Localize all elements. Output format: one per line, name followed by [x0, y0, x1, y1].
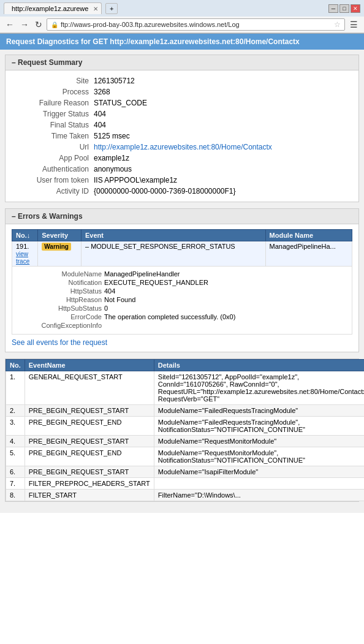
- tab-title: http://example1z.azurewe: [12, 5, 88, 12]
- errors-warnings-header[interactable]: – Errors & Warnings: [6, 209, 358, 224]
- event-details: ModuleName="FailedRequestsTracingModule"…: [154, 417, 364, 436]
- summary-label: Url: [12, 142, 91, 153]
- summary-label: Failure Reason: [12, 97, 91, 108]
- event-details: SiteId="1261305712", AppPoolId="example1…: [154, 371, 364, 405]
- event-details: FilterName="D:\Windows\...: [154, 490, 364, 501]
- event-name: PRE_BEGIN_REQUEST_END: [25, 417, 154, 436]
- restore-button[interactable]: □: [339, 4, 349, 13]
- summary-label: App Pool: [12, 153, 91, 164]
- table-row: 1.GENERAL_REQUEST_STARTSiteId="126130571…: [6, 371, 365, 405]
- events-col-header: No.: [6, 360, 25, 371]
- back-button[interactable]: ←: [4, 20, 16, 29]
- table-row: 4.PRE_BEGIN_REQUEST_STARTModuleName="Req…: [6, 436, 365, 447]
- summary-value: http://example1z.azurewebsites.net:80/Ho…: [91, 142, 352, 153]
- detail-value: 404: [104, 287, 115, 295]
- event-name: FILTER_PREPROC_HEADERS_START: [25, 478, 154, 490]
- window-controls: ─ □ ✕: [328, 4, 360, 13]
- errors-warnings-title: – Errors & Warnings: [12, 212, 83, 221]
- ew-row-no: 191.viewtrace: [12, 241, 38, 267]
- events-col-header: EventName: [25, 360, 154, 371]
- event-name: PRE_BEGIN_REQUEST_START: [25, 436, 154, 447]
- summary-value: STATUS_CODE: [91, 97, 352, 108]
- summary-value: 404: [91, 119, 352, 131]
- event-no: 7.: [6, 478, 25, 490]
- summary-value: example1z: [91, 153, 352, 164]
- address-bar[interactable]: 🔒 ftp://waws-prod-bay-003.ftp.azurewebsi…: [47, 18, 345, 31]
- summary-label: Time Taken: [12, 131, 91, 142]
- summary-label: Trigger Status: [12, 108, 91, 119]
- summary-label: Final Status: [12, 119, 91, 131]
- ew-module: ManagedPipelineHa...: [265, 241, 352, 267]
- errors-warnings-section: – Errors & Warnings No.↓ Severity Event …: [5, 208, 359, 352]
- detail-label: ModuleName: [28, 270, 102, 278]
- table-row: 2.PRE_BEGIN_REQUEST_STARTModuleName="Fai…: [6, 405, 365, 417]
- summary-value: 404: [91, 108, 352, 119]
- event-name: FILTER_START: [25, 490, 154, 501]
- table-row: 7.FILTER_PREPROC_HEADERS_START21:05:24.7…: [6, 478, 365, 490]
- detail-value: ManagedPipelineHandler: [104, 270, 180, 278]
- event-details: ModuleName="RequestMonitorModule", Notif…: [154, 447, 364, 466]
- summary-value: 1261305712: [91, 75, 352, 86]
- event-no: 4.: [6, 436, 25, 447]
- event-no: 5.: [6, 447, 25, 466]
- address-text: ftp://waws-prod-bay-003.ftp.azurewebsite…: [61, 21, 332, 28]
- detail-label: HttpStatus: [28, 287, 102, 295]
- request-summary-section: – Request Summary Site1261305712Process3…: [5, 55, 359, 202]
- tab-close-button[interactable]: ✕: [93, 6, 98, 12]
- lock-icon: 🔒: [51, 21, 58, 28]
- view-trace-link[interactable]: viewtrace: [16, 251, 29, 265]
- ew-severity: Warning: [38, 241, 82, 267]
- summary-label: Authentication: [12, 164, 91, 175]
- nav-bar: ← → ↻ 🔒 ftp://waws-prod-bay-003.ftp.azur…: [0, 17, 364, 33]
- ew-detail-cell: ModuleNameManagedPipelineHandlerNotifica…: [12, 267, 352, 335]
- detail-row: HttpStatus404: [28, 287, 348, 295]
- detail-value: Not Found: [104, 296, 135, 303]
- close-button[interactable]: ✕: [351, 4, 360, 13]
- detail-row: HttpSubStatus0: [28, 305, 348, 312]
- event-details: [154, 478, 364, 490]
- detail-row: ConfigExceptionInfo: [28, 322, 348, 329]
- ew-col-no: No.↓: [12, 230, 38, 241]
- summary-label: Process: [12, 86, 91, 97]
- main-content: – Request Summary Site1261305712Process3…: [0, 50, 364, 513]
- summary-label: Site: [12, 75, 91, 86]
- detail-value: 0: [104, 305, 108, 312]
- events-section: No.EventNameDetailsTime 1.GENERAL_REQUES…: [5, 358, 359, 502]
- summary-label: User from token: [12, 175, 91, 186]
- event-details: ModuleName="IsapiFilterModule": [154, 466, 364, 478]
- event-details: ModuleName="RequestMonitorModule": [154, 436, 364, 447]
- errors-warnings-table: No.↓ Severity Event Module Name 191.view…: [12, 229, 352, 335]
- event-name: PRE_BEGIN_REQUEST_END: [25, 447, 154, 466]
- refresh-button[interactable]: ↻: [33, 20, 44, 29]
- star-icon[interactable]: ☆: [334, 20, 341, 29]
- detail-label: Notification: [28, 279, 102, 286]
- minimize-button[interactable]: ─: [328, 4, 338, 13]
- summary-link[interactable]: http://example1z.azurewebsites.net:80/Ho…: [94, 143, 272, 151]
- event-no: 8.: [6, 490, 25, 501]
- event-name: GENERAL_REQUEST_START: [25, 371, 154, 405]
- table-row: 5.PRE_BEGIN_REQUEST_ENDModuleName="Reque…: [6, 447, 365, 466]
- detail-label: ErrorCode: [28, 313, 102, 320]
- summary-value: 5125 msec: [91, 131, 352, 142]
- summary-table: Site1261305712Process3268Failure ReasonS…: [12, 75, 352, 197]
- event-details: ModuleName="FailedRequestsTracingModule": [154, 405, 364, 417]
- events-table: No.EventNameDetailsTime 1.GENERAL_REQUES…: [6, 359, 364, 501]
- new-tab-button[interactable]: +: [105, 3, 118, 14]
- event-no: 1.: [6, 371, 25, 405]
- page-header-text: Request Diagnostics for GET http://examp…: [6, 37, 300, 46]
- event-name: PRE_BEGIN_REQUEST_START: [25, 405, 154, 417]
- menu-button[interactable]: ☰: [347, 20, 360, 29]
- event-no: 6.: [6, 466, 25, 478]
- summary-value: anonymous: [91, 164, 352, 175]
- summary-value: {00000000-0000-0000-7369-018000000F1}: [91, 186, 352, 197]
- browser-tab[interactable]: http://example1z.azurewe ✕: [4, 2, 102, 14]
- detail-row: ErrorCodeThe operation completed success…: [28, 313, 348, 320]
- detail-value: The operation completed successfully. (0…: [104, 313, 235, 320]
- table-row: 6.PRE_BEGIN_REQUEST_STARTModuleName="Isa…: [6, 466, 365, 478]
- ew-col-module: Module Name: [265, 230, 352, 241]
- detail-label: HttpReason: [28, 296, 102, 303]
- forward-button[interactable]: →: [18, 20, 31, 29]
- event-no: 2.: [6, 405, 25, 417]
- see-events-link[interactable]: See all events for the request: [12, 338, 352, 347]
- request-summary-header[interactable]: – Request Summary: [6, 55, 358, 70]
